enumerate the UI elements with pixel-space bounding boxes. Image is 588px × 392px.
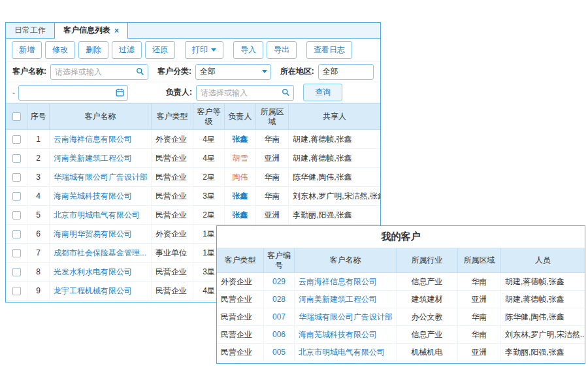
my-customer-row[interactable]: 民营企业006海南芜城科技有限公司信息产业华南刘东林,罗广明,宋洁然... [217,326,585,344]
region-cell: 华南 [256,168,289,186]
row-checkbox[interactable] [12,230,21,238]
search-icon[interactable] [136,67,144,76]
customer-name-link[interactable]: 海南芜城科技有限公司 [54,191,132,202]
customer-no-link[interactable]: 005 [272,348,286,357]
people-cell: 陈华健,陶伟,张鑫 [501,308,585,325]
customer-name-cell: 华瑞城有限公司广告设计部 [295,308,397,325]
row-checkbox[interactable] [12,268,21,276]
owner-cell: 陶伟 [225,168,256,186]
row-checkbox[interactable] [12,287,21,295]
date-input[interactable] [19,88,116,97]
delete-button[interactable]: 删除 [78,41,108,59]
print-button[interactable]: 打印 [185,41,223,59]
customer-name-link[interactable]: 龙宇工程机械有限公司 [54,286,132,297]
district-select[interactable]: 全部 [318,64,374,80]
header-people: 人员 [501,248,585,272]
customer-type-cell: 外资企业 [152,130,193,148]
tab-close-icon[interactable]: × [114,27,119,35]
owner-cell: 张鑫 [225,206,256,224]
customer-name-field [50,64,148,80]
row-checkbox[interactable] [12,154,21,163]
customer-category-select[interactable]: 全部 [195,64,271,80]
customer-no-link[interactable]: 007 [272,312,286,321]
owner-link[interactable]: 胡雪 [233,153,248,164]
my-customers-body: 外资企业029云南海祥信息有限公司信息产业华南胡建,蒋德帧,张鑫民营企业028河… [217,273,585,361]
export-button[interactable]: 导出 [267,41,297,59]
district-value: 全部 [319,66,370,77]
customer-name-input[interactable] [51,67,136,76]
query-button[interactable]: 查询 [303,84,342,101]
tab-customer-list[interactable]: 客户信息列表 × [54,23,128,38]
row-number: 7 [27,244,50,262]
customer-type-cell: 民营企业 [217,344,264,361]
customer-table-header: 序号 客户名称 客户类型 客户等级 负责人 所属区域 共享人 [6,103,380,130]
owner-link[interactable]: 陶伟 [233,172,248,183]
row-number: 2 [27,149,50,167]
customer-type-cell: 民营企业 [152,187,193,205]
shared-people-cell: 胡建,蒋德帧,张鑫 [289,149,380,167]
view-log-button[interactable]: 查看日志 [306,41,352,59]
search-icon[interactable] [282,88,290,97]
restore-button[interactable]: 还原 [145,41,175,59]
row-checkbox[interactable] [12,211,21,220]
checkbox-cell [6,149,27,167]
table-row[interactable]: 1云南海祥信息有限公司外资企业4星张鑫华南胡建,蒋德帧,张鑫 [6,130,380,149]
customer-name-link[interactable]: 河南美新建筑工程公司 [299,294,377,305]
customer-name-link[interactable]: 成都市社会保险基金管理... [54,248,146,259]
my-customer-row[interactable]: 民营企业028河南美新建筑工程公司建筑建材亚洲胡建,蒋德帧,张鑫 [217,291,585,308]
region-cell: 亚洲 [458,291,501,308]
owner-link[interactable]: 张鑫 [233,191,248,202]
filter-row-2: - 负责人: 查询 [6,82,380,103]
row-number: 1 [27,130,50,148]
customer-no-link[interactable]: 028 [272,295,286,304]
customer-name-link[interactable]: 云南海祥信息有限公司 [299,276,377,287]
customer-name-link[interactable]: 北京市明城电气有限公司 [54,210,140,221]
customer-name-link[interactable]: 海南芜城科技有限公司 [299,329,377,340]
customer-name-link[interactable]: 华瑞城有限公司广告设计部 [299,312,393,323]
table-row[interactable]: 2河南美新建筑工程公司民营企业4星胡雪亚洲胡建,蒋德帧,张鑫 [6,149,380,168]
shared-people-cell: 胡建,蒋德帧,张鑫 [289,130,380,148]
customer-name-link[interactable]: 云南海祥信息有限公司 [54,134,132,145]
customer-type-cell: 民营企业 [152,263,193,281]
row-checkbox[interactable] [12,192,21,201]
customer-type-cell: 民营企业 [152,206,193,224]
calendar-icon[interactable] [116,88,124,97]
customer-name-link[interactable]: 河南美新建筑工程公司 [54,153,132,164]
tab-daily-work[interactable]: 日常工作 [6,23,54,38]
owner-link[interactable]: 张鑫 [233,210,248,221]
import-button[interactable]: 导入 [233,41,263,59]
owner-link[interactable]: 张鑫 [233,134,248,145]
customer-no-link[interactable]: 029 [272,277,286,286]
my-customer-row[interactable]: 外资企业029云南海祥信息有限公司信息产业华南胡建,蒋德帧,张鑫 [217,273,585,291]
customer-name-cell: 云南海祥信息有限公司 [295,273,397,290]
region-cell: 华南 [458,308,501,325]
filter-button[interactable]: 过滤 [112,41,142,59]
my-customer-row[interactable]: 民营企业005北京市明城电气有限公司机械机电亚洲李勤丽,阳强,张鑫 [217,344,585,361]
row-checkbox[interactable] [12,135,21,144]
checkbox-cell [6,187,27,205]
edit-button[interactable]: 修改 [45,41,75,59]
row-number: 9 [27,282,50,300]
checkbox-cell [6,168,27,186]
customer-type-cell: 外资企业 [152,225,193,243]
industry-cell: 信息产业 [397,273,458,290]
customer-name-cell: 北京市明城电气有限公司 [295,344,397,361]
new-button[interactable]: 新增 [12,41,42,59]
customer-name-link[interactable]: 北京市明城电气有限公司 [299,347,385,358]
customer-no-link[interactable]: 006 [272,330,286,339]
region-cell: 华南 [458,326,501,343]
my-customer-row[interactable]: 民营企业007华瑞城有限公司广告设计部办公文教华南陈华健,陶伟,张鑫 [217,308,585,326]
select-all-checkbox[interactable] [12,112,21,121]
customer-name-link[interactable]: 华瑞城有限公司广告设计部 [54,172,148,183]
row-checkbox[interactable] [12,173,21,182]
customer-no-cell: 028 [264,291,295,308]
row-checkbox[interactable] [12,249,21,257]
table-row[interactable]: 5北京市明城电气有限公司民营企业2星张鑫亚洲李勤丽,阳强,张鑫 [6,206,380,225]
date-range-dash: - [12,88,15,97]
table-row[interactable]: 4海南芜城科技有限公司民营企业3星张鑫华南刘东林,罗广明,宋洁然,张鑫 [6,187,380,206]
customer-name-link[interactable]: 光发水利水电有限公司 [54,267,132,278]
customer-name-link[interactable]: 海南明华贸易有限公司 [54,229,132,240]
table-row[interactable]: 3华瑞城有限公司广告设计部民营企业2星陶伟华南陈华健,陶伟,张鑫 [6,168,380,187]
owner-input[interactable] [197,88,282,97]
customer-level-cell: 3星 [193,187,225,205]
